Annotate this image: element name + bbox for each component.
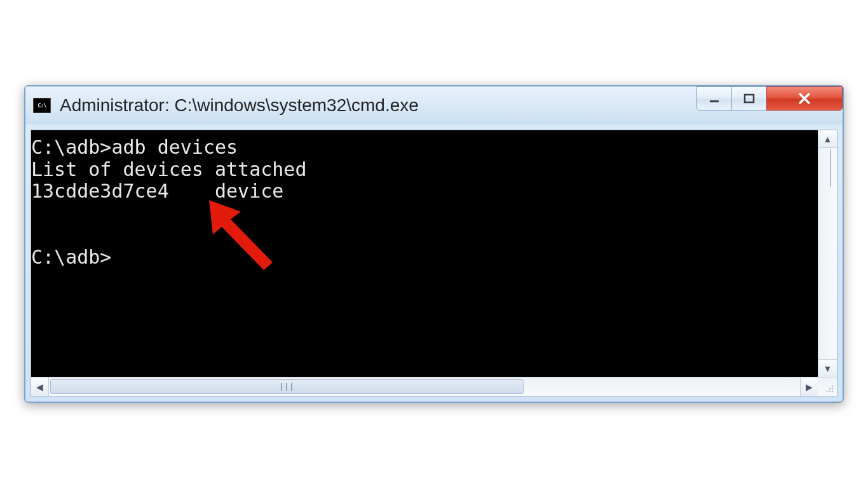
window-controls [697,86,843,125]
terminal-viewport: C:\adb>adb devices List of devices attac… [31,130,837,377]
cmd-icon: C:\ [33,98,51,113]
resize-grip-icon [824,383,834,393]
svg-point-3 [832,386,834,388]
minimize-button[interactable] [696,86,732,111]
minimize-icon [709,93,720,104]
svg-point-4 [829,388,831,390]
svg-point-5 [832,388,834,390]
thumb-grip-icon [281,383,292,391]
scroll-up-button[interactable]: ▲ [818,130,837,148]
maximize-icon [743,93,755,104]
svg-rect-0 [710,100,719,102]
svg-rect-1 [745,95,754,102]
window-title: Administrator: C:\windows\system32\cmd.e… [60,95,697,116]
maximize-button[interactable] [731,86,767,111]
titlebar[interactable]: C:\ Administrator: C:\windows\system32\c… [25,86,843,125]
scroll-left-button[interactable]: ◀ [31,377,49,396]
scroll-right-button[interactable]: ▶ [800,377,818,396]
svg-point-8 [832,391,834,393]
red-arrow-annotation-icon [203,194,292,283]
svg-point-7 [829,391,831,393]
terminal-output[interactable]: C:\adb>adb devices List of devices attac… [31,130,818,377]
close-button[interactable] [766,86,843,111]
svg-point-6 [827,391,829,393]
horizontal-scroll-thumb[interactable] [50,379,524,394]
client-area: C:\adb>adb devices List of devices attac… [31,130,837,396]
close-icon [797,91,812,106]
vertical-scroll-thumb[interactable] [830,149,831,187]
scroll-down-button[interactable]: ▼ [818,359,837,377]
svg-marker-2 [209,200,273,270]
resize-grip[interactable] [818,377,837,396]
horizontal-scrollbar[interactable]: ◀ ▶ [31,377,837,396]
cmd-window: C:\ Administrator: C:\windows\system32\c… [24,85,844,403]
horizontal-scroll-track[interactable] [49,377,800,396]
vertical-scrollbar[interactable]: ▲ ▼ [818,130,837,377]
